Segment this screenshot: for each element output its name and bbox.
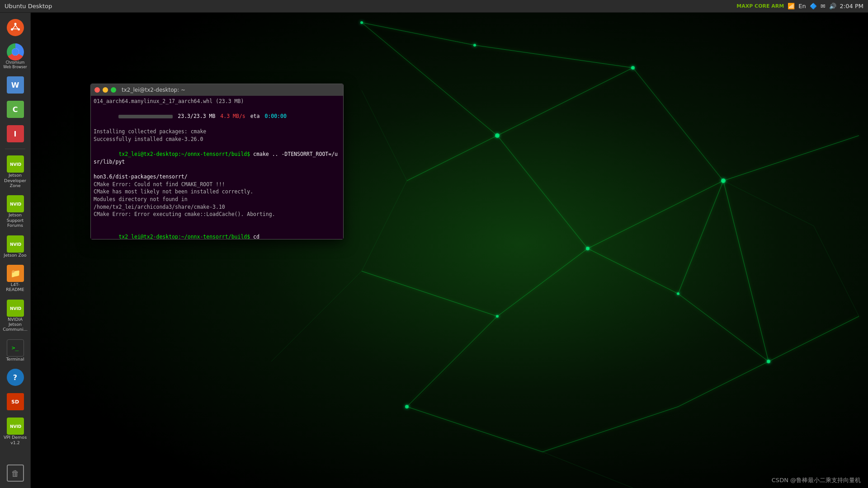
term-line-5: tx2_lei@tx2-desktop:~/onnx-tensorrt/buil… (94, 143, 340, 173)
nvidia-community-label: NVIDIAJetsonCommuni... (3, 317, 28, 332)
svg-line-8 (407, 316, 497, 407)
svg-line-12 (769, 316, 859, 361)
term-line-1: 014_aarch64.manylinux_2_17_aarch64.whl (… (94, 98, 340, 105)
terminal-window[interactable]: tx2_lei@tx2-desktop: ~ 014_aarch64.manyl… (90, 84, 344, 239)
taskbar-left: Ubuntu Desktop (0, 3, 52, 9)
svg-line-19 (678, 294, 769, 361)
nvidia-devzone-icon: NVIDIA (7, 155, 24, 173)
terminal-maximize-button[interactable] (111, 87, 116, 93)
taskbar: Ubuntu Desktop MAXP CORE ARM 📶 En 🔷 ✉ 🔊 … (0, 0, 868, 13)
mail-icon[interactable]: ✉ (821, 3, 826, 9)
terminal-icon: >_ (7, 339, 24, 357)
sidebar-divider-1 (5, 149, 25, 149)
term-line-10: CMake Error: Error executing cmake::Load… (94, 211, 340, 218)
ubuntu-icon (7, 19, 24, 36)
svg-line-31 (362, 90, 407, 181)
sidebar-item-terminal[interactable]: >_ Terminal (2, 337, 29, 364)
term-line-7: CMake has most likely not been installed… (94, 188, 340, 196)
chromium-label: ChromiumWeb Browser (3, 61, 27, 69)
svg-text:NVIDIA: NVIDIA (10, 242, 22, 247)
calc-icon: C (7, 101, 24, 118)
nvidia-zoo-label: Jetson Zoo (4, 253, 26, 258)
svg-point-30 (405, 405, 409, 408)
term-line-4: Successfully installed cmake-3.26.0 (94, 136, 340, 143)
terminal-title: tx2_lei@tx2-desktop: ~ (122, 87, 185, 93)
svg-line-9 (407, 407, 542, 452)
taskbar-title: Ubuntu Desktop (5, 3, 52, 9)
desktop: Ubuntu Desktop MAXP CORE ARM 📶 En 🔷 ✉ 🔊 … (0, 0, 868, 488)
term-line-blank (94, 218, 340, 226)
svg-line-18 (588, 249, 678, 294)
keyboard-layout[interactable]: En (798, 3, 806, 9)
svg-line-13 (723, 181, 769, 361)
desktop-background (0, 0, 868, 488)
svg-line-34 (542, 452, 633, 488)
sidebar-item-vpi-demos[interactable]: NVIDIA VPI Demosv1.2 (2, 415, 29, 448)
svg-text:NVIDIA: NVIDIA (10, 202, 22, 206)
sidebar-item-nvidia-zoo[interactable]: NVIDIA Jetson Zoo (2, 233, 29, 260)
svg-point-21 (495, 133, 500, 138)
sidebar-item-l4t-readme[interactable]: 📁 L4T-README (2, 262, 29, 295)
term-line-8: Modules directory not found in (94, 196, 340, 203)
svg-line-6 (588, 181, 723, 249)
svg-line-1 (362, 23, 497, 136)
vpi-demos-icon: NVIDIA (7, 418, 24, 435)
svg-line-11 (678, 361, 769, 407)
wifi-icon[interactable]: 📶 (788, 3, 795, 9)
svg-point-26 (767, 360, 770, 363)
svg-rect-0 (0, 0, 868, 488)
taskbar-right: MAXP CORE ARM 📶 En 🔷 ✉ 🔊 2:04 PM (736, 3, 868, 9)
svg-text:NVIDIA: NVIDIA (10, 306, 22, 311)
sidebar-item-ubuntu[interactable] (2, 16, 29, 39)
sidebar-item-nvidia-devzone[interactable]: NVIDIA JetsonDeveloperZone (2, 153, 29, 191)
nvidia-tray-icon: MAXP CORE ARM (736, 3, 784, 9)
terminal-content[interactable]: 014_aarch64.manylinux_2_17_aarch64.whl (… (91, 96, 343, 239)
sidebar-item-sd[interactable]: SD (2, 390, 29, 413)
terminal-close-button[interactable] (94, 87, 100, 93)
svg-line-33 (271, 271, 362, 361)
sidebar-item-impress[interactable]: I (2, 122, 29, 145)
svg-line-14 (362, 23, 475, 45)
svg-point-28 (473, 44, 476, 47)
terminal-minimize-button[interactable] (103, 87, 108, 93)
sd-icon: SD (7, 393, 24, 410)
sidebar-item-calc[interactable]: C (2, 98, 29, 121)
svg-line-2 (497, 68, 633, 136)
sidebar-item-nvidia-community[interactable]: NVIDIA NVIDIAJetsonCommuni... (2, 297, 29, 335)
terminal-label: Terminal (6, 357, 24, 361)
svg-line-7 (497, 249, 588, 316)
nvidia-community-icon: NVIDIA (7, 300, 24, 317)
sidebar-item-nvidia-forums[interactable]: NVIDIA JetsonSupportForums (2, 192, 29, 230)
writer-icon: W (7, 76, 24, 94)
sidebar-item-writer[interactable]: W (2, 74, 29, 96)
term-line-3: Installing collected packages: cmake (94, 128, 340, 136)
svg-text:NVIDIA: NVIDIA (10, 424, 22, 429)
svg-line-4 (723, 136, 859, 181)
term-line-6: CMake Error: Could not find CMAKE_ROOT !… (94, 181, 340, 188)
svg-line-16 (407, 136, 497, 181)
terminal-titlebar: tx2_lei@tx2-desktop: ~ (91, 84, 343, 96)
svg-line-35 (723, 181, 814, 226)
svg-line-36 (814, 226, 859, 316)
watermark-text: CSDN @鲁棒最小二乘支持向量机 (772, 477, 861, 483)
svg-line-32 (362, 181, 407, 271)
sidebar-item-chromium[interactable]: ChromiumWeb Browser (2, 41, 29, 72)
term-line-progress: 23.3/23.3 MB 4.3 MB/s eta 0:00:00 (94, 105, 340, 128)
term-line-11: tx2_lei@tx2-desktop:~/onnx-tensorrt/buil… (94, 226, 340, 239)
bluetooth-icon: 🔷 (810, 3, 817, 9)
svg-point-25 (496, 315, 499, 318)
svg-text:NVIDIA: NVIDIA (10, 162, 22, 167)
trash-icon: 🗑 (7, 465, 24, 482)
volume-icon[interactable]: 🔊 (829, 3, 836, 9)
svg-line-20 (678, 181, 723, 294)
help-icon: ? (7, 369, 24, 386)
svg-point-22 (631, 66, 635, 70)
svg-point-24 (586, 247, 590, 250)
svg-line-5 (497, 136, 588, 249)
l4t-readme-label: L4T-README (6, 282, 24, 292)
sidebar-item-trash[interactable]: 🗑 (2, 462, 29, 484)
svg-point-27 (360, 21, 363, 24)
nvidia-devzone-label: JetsonDeveloperZone (4, 173, 26, 188)
term-line-5b: hon3.6/dist-packages/tensorrt/ (94, 173, 340, 181)
sidebar-item-help[interactable]: ? (2, 366, 29, 389)
